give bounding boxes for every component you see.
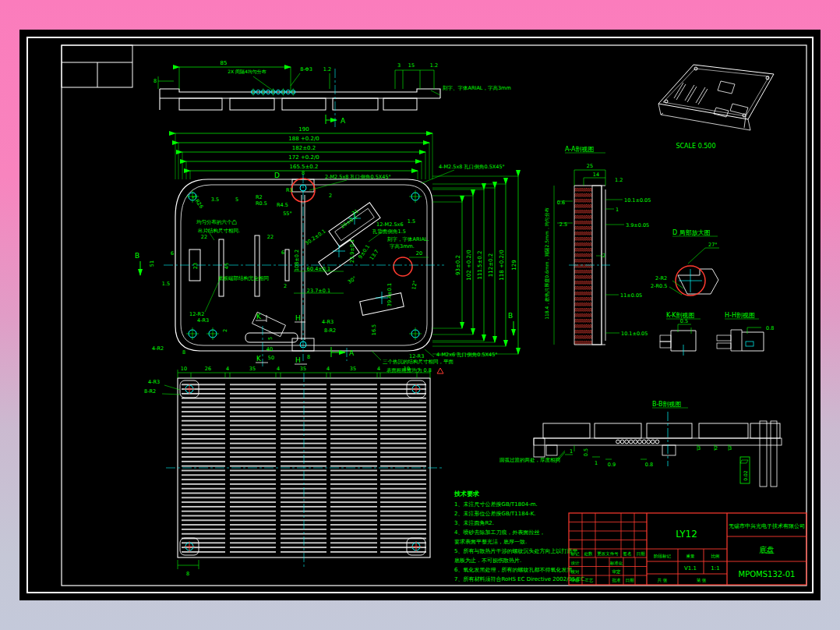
dim: 2-R2 [655,275,667,281]
dim: 165.5±0.2 [289,164,318,170]
note-line: 3、未注圆角R2. [454,519,494,526]
dim: 3.5 [211,196,219,203]
dim: 8-R2 [324,327,336,334]
part-name: 底盘 [759,546,775,554]
dim: 0.8 [766,325,774,331]
section-marker-k: K [256,355,262,363]
dim: R3 [286,187,293,193]
dim: 0.5 [583,448,589,456]
dim: 30° [347,275,358,285]
dim: 35 [350,366,356,372]
dim: 4 [277,366,280,372]
dim: 85 [221,60,228,66]
hole-note: 4-M2x6 孔口倒角0.5X45° [436,352,498,358]
section-marker-h: H [295,356,301,364]
dim: 1.5 [408,218,415,225]
dim: 4 [377,366,380,372]
tb-role: 工艺 [585,578,595,582]
drawing-canvas[interactable]: 85 2X 间隔4均匀分布 8-Φ3 1.2 3 15 1.2 8 刻字、字体A… [19,30,821,600]
plan-right-dims: 93±0.2 102 +0.2/0 111.5±0.2 112±0.2 118 … [432,176,518,354]
dim: 3 [729,445,732,451]
bb-hole-row [616,440,659,444]
dim: 4-R3 [148,379,160,385]
dim: 190 [298,126,309,133]
tb-role: 日期 [626,578,635,583]
dim: 20 [416,250,422,257]
section-aa: A-A剖视图 25 14 1.2 0.6 2.5 10.1±0.05 1 3.9… [544,146,651,345]
dim: 0.9 [608,462,616,468]
dim: 2-R26 [191,194,205,210]
dim: 50 [268,355,274,361]
dim: 6 [171,250,174,257]
engrave-note: 刻字、字体ARIAL，字高3mm [443,85,511,91]
section-marker-b: B [135,252,139,260]
note-line: 6、氧化发黑处理，所有的螺纹孔都不得氧化发黑. [454,567,574,573]
tb-sheet: 共 张 [657,578,668,583]
tb-hdr: 日期 [637,551,646,557]
dim: 2-R0.5 [651,283,667,289]
section-kk: K-K剖视图 0.5 [660,312,701,356]
tb-hdr: 更改文件号 [597,551,619,556]
dim-note: 2X 间隔4均匀分布 [228,69,266,75]
tb-sheet: 第 张 [697,578,707,583]
title-block: 标记 处数 更改文件号 签名 日期 设计 校对 审核 工艺 标准化 审定 批准 … [569,513,806,585]
dim: 39.4±0.1 [386,283,393,306]
dim: 3 [397,62,401,69]
company-name: 无锡市中兴光电子技术有限公司 [729,522,805,529]
version-label: V1.1 [684,565,697,572]
dim: 0.5 [680,318,688,324]
section-bb: B-B剖视图 1 0.5 1 0.9 0.8 3 2 3 0.02 圆 [499,401,782,487]
drawing-sheet: 85 2X 间隔4均匀分布 8-Φ3 1.2 3 15 1.2 8 刻字、字体A… [19,30,821,600]
dim: 2.5 [559,221,567,228]
tab-note: 出片结构尺寸相同. [198,228,240,234]
dim: R2 [256,194,263,200]
dim: 55° [283,211,292,217]
section-title: A-A剖视图 [565,146,594,153]
tb-hdr: 重量 [686,554,696,558]
tb-role: 审核 [571,578,581,582]
dim: 26 [205,366,211,372]
dim: 4-R2 [152,345,164,352]
section-hh: H-H剖视图 0.8 [717,312,774,351]
dim: 0.6 [557,200,565,206]
fin-note: 118.4，散热片厚度0.6mm，间隔2.5mm，均匀分布 [544,207,550,320]
tb-hdr: 阶段标记 [654,554,672,559]
dim: 5 [235,196,238,203]
dim: 108±0.2 [294,250,300,271]
section-title: B-B剖视图 [652,401,682,408]
same-structure-note: 三个热沉的结构尺寸相同，平面 [383,359,454,365]
dim: 8 [307,354,310,360]
dim: 2 [222,329,228,332]
tech-notes: 技术要求 1、未注尺寸公差按GB/T1804-m. 2、未注形位公差按GB/T1… [454,490,586,582]
dim: 35 [249,366,256,372]
dim: 1 [595,460,598,466]
dim: 1.5 [162,281,170,287]
detail-d: D 局部放大图 27° 2-R2 2-R0.5 [651,229,719,296]
note-line: 底板为止．不可损伤散热片. [454,557,521,564]
dim: 1.2 [430,62,438,69]
tb-role: 标准化 [609,561,623,566]
dim: 23.9±0.1 [349,239,355,263]
note-line: 4、喷砂去除加工刀痕，外表面拉丝， [454,529,545,536]
hole-note: 12-M2.5x6 [376,221,404,228]
top-profile-view: 85 2X 间隔4均匀分布 8-Φ3 1.2 3 15 1.2 8 刻字、字体A… [154,60,511,129]
tb-role: 校对 [570,569,581,574]
dim: 5 [267,337,274,340]
dim: 30.2±0.1 [304,228,326,246]
dim: R0.5 [256,200,267,207]
iso-scale-label: SCALE 0.500 [676,143,715,150]
detail-marker-d: D [274,172,280,179]
dim: 172 +0.2/0 [288,154,319,161]
dim: 2 [715,445,718,451]
dim: 35 [300,366,306,372]
dim: 10 [404,366,410,372]
dim: 8 [186,571,189,577]
material-label: LY12 [676,529,697,540]
dim: 1.2 [615,177,623,183]
tb-hdr: 标记 [570,551,581,557]
tb-hdr: 签名 [623,551,632,557]
dim: 15 [408,62,415,69]
dim: 23 [192,263,199,269]
dim: 1 [570,448,573,455]
dim: 2 [602,253,605,259]
